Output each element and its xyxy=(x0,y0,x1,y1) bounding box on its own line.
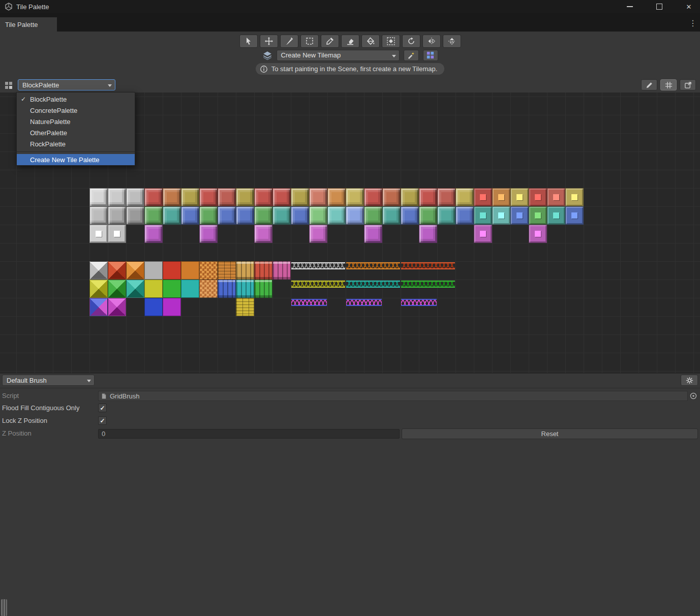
focus-button[interactable] xyxy=(680,79,696,90)
platform-tile[interactable] xyxy=(346,280,401,298)
tile[interactable] xyxy=(163,280,181,298)
tile[interactable] xyxy=(346,188,364,206)
object-picker-icon[interactable] xyxy=(689,392,697,400)
tile[interactable] xyxy=(474,188,492,206)
tile[interactable] xyxy=(364,188,382,206)
tile[interactable] xyxy=(108,298,126,316)
tile[interactable] xyxy=(89,206,108,225)
fill-tool-button[interactable] xyxy=(361,35,380,48)
tile[interactable] xyxy=(327,206,346,225)
tile[interactable] xyxy=(547,206,565,225)
tile[interactable] xyxy=(89,280,108,298)
tile[interactable] xyxy=(236,261,254,280)
palette-menu-item[interactable]: NaturePalette xyxy=(17,116,135,127)
tile[interactable] xyxy=(163,261,181,280)
tile[interactable] xyxy=(510,206,529,225)
tile[interactable] xyxy=(144,225,163,243)
script-field[interactable]: GridBrush xyxy=(98,391,688,401)
tile[interactable] xyxy=(401,188,419,206)
tile[interactable] xyxy=(163,298,181,316)
tile[interactable] xyxy=(492,206,510,225)
tile[interactable] xyxy=(199,206,218,225)
tile[interactable] xyxy=(474,206,492,225)
palette-dropdown[interactable]: BlockPalette xyxy=(18,79,115,90)
platform-tile[interactable] xyxy=(291,261,346,280)
tile[interactable] xyxy=(291,188,309,206)
brush-settings-button[interactable] xyxy=(681,375,698,386)
tile[interactable] xyxy=(236,298,254,316)
tile[interactable] xyxy=(144,298,163,316)
platform-tile[interactable] xyxy=(291,298,327,316)
tile[interactable] xyxy=(236,280,254,298)
tile[interactable] xyxy=(236,188,254,206)
platform-tile[interactable] xyxy=(401,298,437,316)
tile[interactable] xyxy=(181,280,199,298)
tile[interactable] xyxy=(455,206,474,225)
tile[interactable] xyxy=(492,188,510,206)
select-tool-button[interactable] xyxy=(239,35,258,48)
close-button[interactable]: ✕ xyxy=(683,0,695,13)
tile[interactable] xyxy=(218,206,236,225)
panel-resize-handle[interactable] xyxy=(1,599,7,616)
tile[interactable] xyxy=(218,261,236,280)
tile[interactable] xyxy=(401,206,419,225)
edit-pencil-button[interactable] xyxy=(641,79,657,90)
platform-tile[interactable] xyxy=(401,280,455,298)
tile[interactable] xyxy=(291,206,309,225)
tile[interactable] xyxy=(89,261,108,280)
flip-x-tool-button[interactable] xyxy=(422,35,441,48)
tile[interactable] xyxy=(108,225,126,243)
tile[interactable] xyxy=(254,206,272,225)
edit-brush-button[interactable] xyxy=(404,50,419,61)
tile[interactable] xyxy=(364,225,382,243)
brush-dropdown[interactable]: Default Brush xyxy=(2,375,95,386)
tile[interactable] xyxy=(218,280,236,298)
tile[interactable] xyxy=(108,261,126,280)
tile[interactable] xyxy=(327,188,346,206)
platform-tile[interactable] xyxy=(401,261,455,280)
tile[interactable] xyxy=(254,225,272,243)
tile[interactable] xyxy=(309,225,327,243)
palette-menu-item[interactable]: ConcretePalette xyxy=(17,105,135,116)
tile[interactable] xyxy=(108,206,126,225)
tile[interactable] xyxy=(199,188,218,206)
tile[interactable] xyxy=(199,280,218,298)
tile[interactable] xyxy=(364,206,382,225)
tile[interactable] xyxy=(382,188,401,206)
tile[interactable] xyxy=(108,280,126,298)
tile[interactable] xyxy=(144,280,163,298)
tile[interactable] xyxy=(529,188,547,206)
tile[interactable] xyxy=(565,188,584,206)
rotate-tool-button[interactable] xyxy=(402,35,420,48)
tile[interactable] xyxy=(126,261,144,280)
tile[interactable] xyxy=(144,261,163,280)
overflow-menu-button[interactable]: ⋮ xyxy=(689,18,696,28)
tile[interactable] xyxy=(254,280,272,298)
tile[interactable] xyxy=(510,188,529,206)
tile[interactable] xyxy=(181,206,199,225)
tile[interactable] xyxy=(565,206,584,225)
tile[interactable] xyxy=(309,188,327,206)
tile[interactable] xyxy=(163,188,181,206)
tile[interactable] xyxy=(89,225,108,243)
tile[interactable] xyxy=(419,206,437,225)
pick-tool-button[interactable] xyxy=(321,35,339,48)
tile[interactable] xyxy=(474,225,492,243)
tile[interactable] xyxy=(126,280,144,298)
platform-tile[interactable] xyxy=(291,280,346,298)
tile[interactable] xyxy=(254,261,272,280)
tile[interactable] xyxy=(529,206,547,225)
tile[interactable] xyxy=(346,206,364,225)
palette-menu-item[interactable]: ✓BlockPalette xyxy=(17,94,135,105)
tile[interactable] xyxy=(254,188,272,206)
platform-tile[interactable] xyxy=(346,261,401,280)
tile[interactable] xyxy=(126,188,144,206)
tile[interactable] xyxy=(272,206,291,225)
tile[interactable] xyxy=(218,188,236,206)
flip-y-tool-button[interactable] xyxy=(443,35,461,48)
tile[interactable] xyxy=(144,206,163,225)
minimize-button[interactable] xyxy=(624,0,636,13)
tile[interactable] xyxy=(181,188,199,206)
tile[interactable] xyxy=(437,188,455,206)
maximize-button[interactable] xyxy=(653,0,665,13)
